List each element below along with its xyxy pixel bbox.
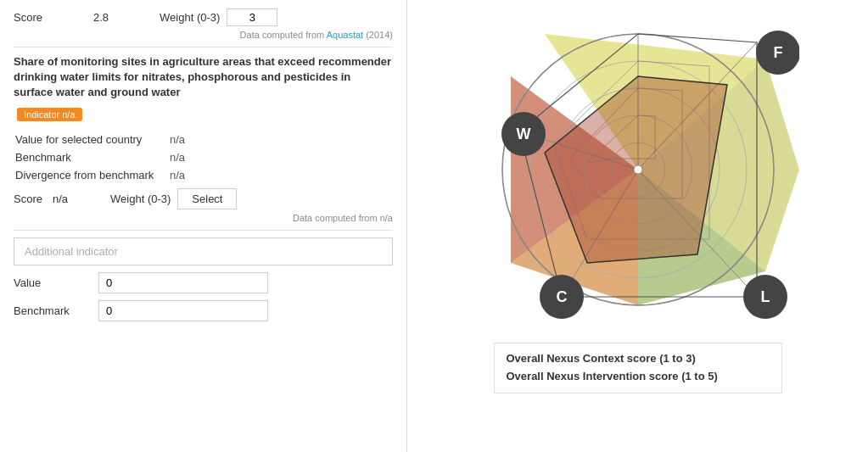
divergence-value: n/a — [170, 167, 391, 183]
table-row-benchmark: Benchmark n/a — [15, 149, 391, 165]
svg-point-16 — [634, 165, 642, 174]
indicator-badge: Indicator n/a — [17, 108, 82, 121]
weight-input-top[interactable] — [227, 8, 277, 26]
indicator-text: Share of monitoring sites in agriculture… — [14, 54, 393, 101]
select-button[interactable]: Select — [177, 188, 237, 209]
svg-text:W: W — [516, 126, 530, 142]
legend-box: Overall Nexus Context score (1 to 3) Ove… — [494, 343, 782, 393]
add-benchmark-input[interactable] — [98, 300, 268, 321]
data-source-2: Data computed from n/a — [14, 213, 393, 223]
legend-line-1: Overall Nexus Context score (1 to 3) — [507, 350, 770, 368]
indicator-section: Share of monitoring sites in agriculture… — [14, 54, 393, 121]
score-label: Score — [14, 11, 42, 24]
legend-line-2: Overall Nexus Intervention score (1 to 5… — [507, 368, 770, 386]
add-value-row: Value — [14, 272, 393, 293]
info-table: Value for selected country n/a Benchmark… — [14, 130, 393, 185]
divergence-label: Divergence from benchmark — [15, 167, 168, 183]
value-value: n/a — [170, 131, 391, 148]
svg-text:C: C — [556, 288, 567, 305]
score-value-2: n/a — [53, 193, 68, 205]
add-value-label: Value — [14, 276, 98, 289]
svg-text:L: L — [760, 288, 770, 305]
right-panel: W F L C Overall Nexus Context score (1 t… — [407, 0, 868, 452]
radar-chart: W F L C — [477, 8, 799, 331]
aquastat-link[interactable]: Aquastat — [327, 30, 363, 40]
data-source-top: Data computed from Aquastat (2014) — [14, 30, 393, 40]
table-row-divergence: Divergence from benchmark n/a — [15, 167, 391, 183]
additional-indicator-placeholder: Additional indicator — [14, 237, 393, 265]
benchmark-label: Benchmark — [15, 149, 168, 165]
score-label-2: Score — [14, 193, 42, 205]
benchmark-value: n/a — [170, 149, 391, 165]
svg-text:F: F — [773, 44, 782, 61]
value-label: Value for selected country — [15, 131, 168, 148]
add-value-input[interactable] — [98, 272, 268, 293]
add-benchmark-row: Benchmark — [14, 300, 393, 321]
add-benchmark-label: Benchmark — [14, 304, 98, 317]
radar-svg: W F L C — [477, 8, 799, 331]
score-value: 2.8 — [93, 11, 109, 24]
left-panel: Score 2.8 Weight (0-3) Data computed fro… — [0, 0, 407, 452]
weight-label-2: Weight (0-3) — [110, 193, 171, 205]
weight-label: Weight (0-3) — [160, 11, 220, 24]
table-row-value: Value for selected country n/a — [15, 131, 391, 148]
